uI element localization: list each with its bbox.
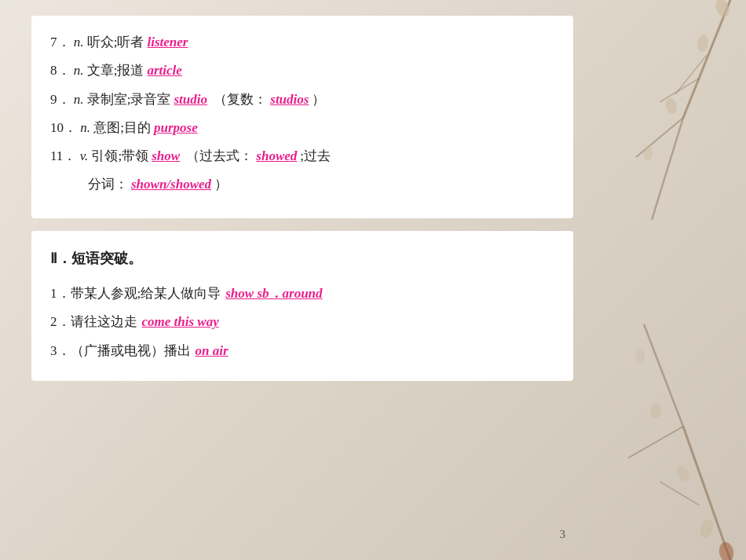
svg-point-6: [696, 34, 710, 53]
item-11-past-label: （过去式：: [183, 144, 253, 169]
section2-item-3-text: ．（广播或电视）播出: [57, 339, 191, 364]
section2-item-1-row: 1 ．带某人参观;给某人做向导 show sb．around: [50, 281, 554, 306]
svg-line-11: [628, 426, 683, 458]
svg-point-17: [634, 349, 645, 364]
page-number: 3: [560, 528, 566, 541]
item-9-close-paren: ）: [312, 87, 325, 112]
section2-item-2-label: 2: [50, 309, 57, 335]
item-9-plural-label: （复数：: [210, 87, 267, 112]
section1-box: 7 ． n. 听众;听者 listener 8 ． n. 文章;报道 artic…: [31, 16, 573, 218]
item-8-pos: ． n.: [57, 58, 87, 83]
section2-item-3-row: 3 ．（广播或电视）播出 on air: [50, 339, 554, 364]
item-10-answer: purpose: [154, 115, 198, 141]
svg-line-12: [660, 481, 699, 505]
svg-point-8: [642, 146, 653, 161]
branch-decoration-top: [589, 0, 746, 236]
svg-point-14: [698, 518, 715, 539]
item-9-pos: ． n.: [57, 87, 87, 112]
section2-item-3-answer: on air: [196, 339, 229, 364]
branch-decoration-bottom: [605, 285, 746, 560]
item-11-close-paren2: ）: [214, 172, 228, 197]
item-10-row: 10 ． n. 意图;目的 purpose: [50, 115, 554, 141]
item-10-chinese: 意图;目的: [93, 115, 151, 141]
section2-item-2-answer: come this way: [142, 309, 219, 335]
item-8-label: 8: [50, 58, 57, 83]
section2-item-2-row: 2 ．请往这边走 come this way: [50, 309, 554, 335]
svg-point-16: [649, 402, 663, 419]
svg-point-15: [675, 463, 692, 483]
item-9-answer: studio: [174, 87, 207, 112]
item-9-plural-answer: studios: [270, 87, 309, 112]
item-9-chinese: 录制室;录音室: [87, 87, 171, 112]
svg-line-10: [644, 324, 683, 426]
item-7-pos: ． n.: [57, 30, 87, 55]
item-11-chinese: 引领;带领: [91, 144, 148, 169]
section2-item-2-text: ．请往这边走: [57, 309, 137, 335]
item-8-row: 8 ． n. 文章;报道 article: [50, 58, 554, 83]
item-11-participle-answer: shown/showed: [131, 172, 211, 197]
section2-item-3-label: 3: [50, 339, 57, 364]
item-11-row: 11 ． v. 引领;带领 show （过去式： showed ;过去: [50, 144, 554, 169]
section2-item-1-answer: show sb．around: [225, 281, 322, 306]
svg-line-1: [652, 118, 683, 220]
svg-line-9: [683, 426, 730, 560]
svg-point-7: [664, 97, 679, 115]
svg-line-0: [683, 0, 730, 118]
section2-title: Ⅱ．短语突破。: [50, 245, 554, 272]
svg-point-13: [718, 541, 735, 560]
item-10-pos: ． n.: [64, 115, 93, 141]
item-9-row: 9 ． n. 录制室;录音室 studio （复数： studios ）: [50, 87, 554, 112]
section2-box: Ⅱ．短语突破。 1 ．带某人参观;给某人做向导 show sb．around 2…: [31, 231, 573, 381]
item-7-label: 7: [50, 30, 57, 55]
item-11-participle-row: 分词： shown/showed ）: [88, 172, 554, 197]
section2-item-1-label: 1: [50, 281, 57, 306]
item-9-label: 9: [50, 87, 57, 112]
item-11-label: 11: [50, 144, 63, 169]
content-area: 7 ． n. 听众;听者 listener 8 ． n. 文章;报道 artic…: [31, 16, 573, 544]
section2-item-1-text: ．带某人参观;给某人做向导: [57, 281, 221, 306]
item-8-answer: article: [147, 58, 181, 83]
item-11-past-answer: showed: [256, 144, 297, 169]
item-10-label: 10: [50, 115, 64, 141]
item-11-suffix: ;过去: [300, 144, 331, 169]
item-7-chinese: 听众;听者: [87, 30, 144, 55]
item-11-pos: ． v.: [63, 144, 91, 169]
svg-line-3: [675, 55, 707, 94]
item-7-answer: listener: [147, 30, 188, 55]
item-11-answer: show: [152, 144, 180, 169]
item-8-chinese: 文章;报道: [87, 58, 144, 83]
item-11-participle-label: 分词：: [88, 172, 128, 197]
item-7-row: 7 ． n. 听众;听者 listener: [50, 30, 554, 55]
